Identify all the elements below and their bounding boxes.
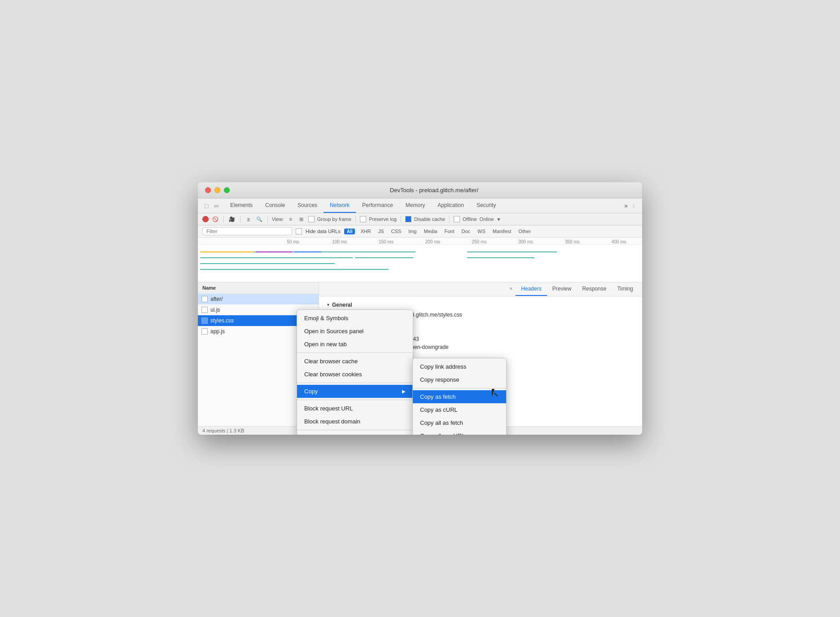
preserve-log-label: Preserve log [369,216,397,222]
tab-console[interactable]: Console [259,198,291,213]
disable-cache-checkbox[interactable] [405,216,411,222]
cm-clear-cookies[interactable]: Clear browser cookies [297,368,413,381]
filter-xhr[interactable]: XHR [359,228,372,234]
tick-250: 250 ms [456,239,503,244]
filter-doc[interactable]: Doc [459,228,472,234]
separator-5 [401,216,401,223]
minimize-button[interactable] [214,187,220,193]
hide-data-urls-checkbox[interactable] [296,228,302,234]
timeline: 50 ms 100 ms 150 ms 200 ms 250 ms 300 ms… [198,238,642,282]
timeline-bar-teal2 [200,257,353,258]
tab-security[interactable]: Security [470,198,502,213]
cm-clear-cache[interactable]: Clear browser cache [297,355,413,368]
cm-save-har[interactable]: Save as HAR with content [297,432,413,435]
filter-ws[interactable]: WS [476,228,487,234]
view-label: View: [272,216,284,222]
main-area: Name after/ ui.js styles.css app.js × [198,282,642,426]
view-waterfall-icon[interactable]: ⊞ [298,215,306,223]
tab-elements[interactable]: Elements [224,198,259,213]
tab-sources[interactable]: Sources [291,198,324,213]
filter-icon[interactable]: ⧖ [245,215,253,223]
filter-bar: Hide data URLs All XHR JS CSS Img Media … [198,225,642,238]
camera-icon[interactable]: 🎥 [228,215,236,223]
detail-tab-preview[interactable]: Preview [547,282,577,296]
file-icon-uijs [201,307,208,313]
file-icon-after [201,296,208,302]
group-by-frame-label: Group by frame [317,216,351,222]
timeline-bar-right2 [467,257,534,258]
device-icon[interactable]: ▭ [212,202,220,210]
tick-400: 400 ms [595,239,642,244]
cm-sep-4 [297,430,413,430]
record-button[interactable] [202,216,209,222]
cm-copy[interactable]: Copy ▶ [297,385,413,398]
file-name-appjs: app.js [210,328,225,335]
devtools-tabs: ⬚ ▭ Elements Console Sources Network Per… [198,198,642,213]
tab-memory[interactable]: Memory [399,198,431,213]
timeline-bar-teal3 [355,257,413,258]
detail-close-button[interactable]: × [506,282,516,296]
file-item-after[interactable]: after/ [198,294,319,304]
detail-tab-headers[interactable]: Headers [516,282,547,296]
filter-js[interactable]: JS [376,228,386,234]
clear-button[interactable]: 🚫 [211,215,219,223]
detail-tabs: × Headers Preview Response Timing [319,282,642,296]
tab-application[interactable]: Application [431,198,470,213]
filter-media[interactable]: Media [422,228,439,234]
throttle-arrow[interactable]: ▼ [496,217,501,222]
window-title: DevTools - preload.glitch.me/after/ [233,187,635,194]
cm-copy-all-as-curl[interactable]: Copy all as cURL [413,429,506,435]
network-toolbar: 🚫 🎥 ⧖ 🔍 View: ≡ ⊞ Group by frame Preserv… [198,213,642,225]
preserve-log-checkbox[interactable] [360,216,366,222]
status-text: 4 requests | 1.3 KB [202,428,244,433]
tab-performance[interactable]: Performance [356,198,399,213]
filter-manifest[interactable]: Manifest [491,228,513,234]
copy-arrow-icon: ▶ [402,389,406,394]
filter-input[interactable] [202,227,292,235]
filter-font[interactable]: Font [442,228,456,234]
hide-data-urls-label: Hide data URLs [306,229,341,234]
tick-150: 150 ms [363,239,410,244]
offline-checkbox[interactable] [454,216,460,222]
online-label: Online [480,216,494,222]
cm-open-sources[interactable]: Open in Sources panel [297,325,413,338]
detail-tab-timing[interactable]: Timing [612,282,639,296]
search-icon[interactable]: 🔍 [255,215,263,223]
cm-copy-link-address[interactable]: Copy link address [413,360,506,373]
cm-block-url[interactable]: Block request URL [297,402,413,415]
detail-tab-response[interactable]: Response [577,282,612,296]
cm-copy-all-as-fetch[interactable]: Copy all as fetch [413,416,506,429]
cm-open-new-tab[interactable]: Open in new tab [297,338,413,351]
cm-sep-3 [297,400,413,400]
cm-copy-response[interactable]: Copy response [413,373,506,386]
tab-network[interactable]: Network [324,198,356,213]
tick-100: 100 ms [316,239,363,244]
group-by-frame-checkbox[interactable] [308,216,315,222]
cm-block-domain[interactable]: Block request domain [297,415,413,428]
more-options-icon[interactable]: ⋮ [630,202,638,210]
disable-cache-label: Disable cache [414,216,445,222]
filter-css[interactable]: CSS [389,228,403,234]
timeline-bar-purple [256,251,292,252]
maximize-button[interactable] [224,187,230,193]
offline-label: Offline [463,216,477,222]
devtools-window: DevTools - preload.glitch.me/after/ ⬚ ▭ … [198,182,642,435]
more-tabs-icon[interactable]: » [624,202,628,209]
file-icon-appjs [201,328,208,335]
cm-copy-as-curl[interactable]: Copy as cURL [413,403,506,416]
filter-all-tag[interactable]: All [344,229,355,234]
filter-img[interactable]: Img [407,228,418,234]
close-button[interactable] [205,187,211,193]
file-list-header: Name [198,282,319,294]
timeline-bar-teal5 [200,269,389,270]
view-table-icon[interactable]: ≡ [287,215,295,223]
file-name-after: after/ [210,296,223,302]
cm-copy-as-fetch[interactable]: Copy as fetch [413,390,506,403]
timeline-bar-right1 [467,251,557,252]
title-bar: DevTools - preload.glitch.me/after/ [198,182,642,198]
cm-emoji-symbols[interactable]: Emoji & Symbols [297,312,413,325]
inspect-icon[interactable]: ⬚ [202,202,210,210]
filter-other[interactable]: Other [516,228,533,234]
general-section-title: ▼ General [326,302,635,308]
cm-sep-1 [297,353,413,353]
